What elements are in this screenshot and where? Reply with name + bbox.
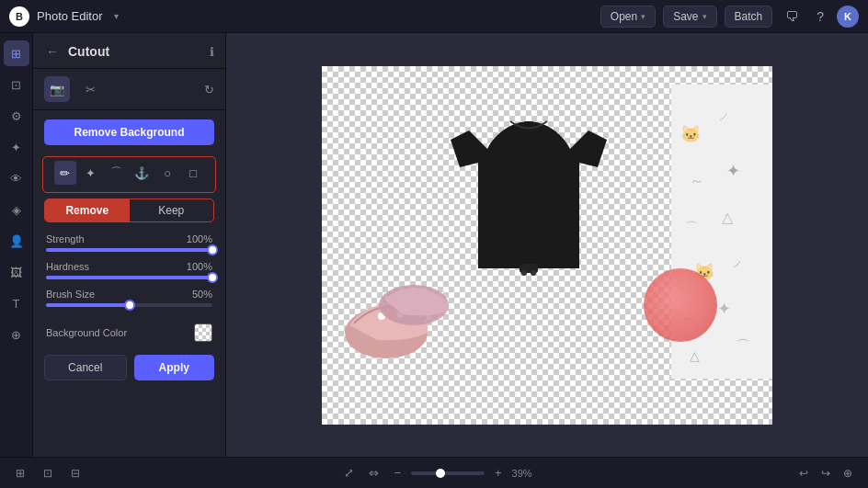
zoom-controls: ⤢ ⇔ − + 39% [339, 463, 539, 482]
fit-view-button[interactable]: ⤢ [339, 463, 359, 482]
fit-width-button[interactable]: ⇔ [364, 463, 383, 482]
info-icon: ℹ [210, 45, 214, 59]
remove-background-button[interactable]: Remove Background [44, 119, 214, 145]
iconbar-adjust[interactable]: ⚙ [4, 103, 29, 129]
brush-size-slider-row: Brush Size 50% [46, 289, 212, 307]
panel-tab-cutout[interactable]: ✂ [77, 76, 103, 102]
circle-select-button[interactable]: ○ [156, 161, 178, 185]
side-panel: ← Cutout ℹ 📷 ✂ ↻ Remove Background [33, 33, 226, 457]
remove-keep-toggle: Remove Keep [44, 199, 214, 222]
panel-info-button[interactable]: ℹ [210, 45, 214, 59]
iconbar-layers[interactable]: ⊞ [4, 40, 29, 66]
svg-text:🐱: 🐱 [680, 124, 702, 144]
iconbar-eye[interactable]: 👁 [4, 165, 29, 191]
redo-button[interactable]: ↪ [817, 463, 835, 483]
main-area: ⊞ ⊡ ⚙ ✦ 👁 ◈ 👤 🖼 T ⊕ ← Cutout ℹ 📷 ✂ [0, 33, 868, 457]
topbar: B Photo Editor ▾ Open ▾ Save ▾ Batch 🗨 ?… [0, 0, 868, 33]
hardness-slider-track[interactable] [46, 276, 212, 279]
grid3-icon: ⊟ [71, 467, 80, 480]
brush-tool-button[interactable]: ✏ [54, 161, 76, 185]
bg-color-picker[interactable] [194, 323, 212, 342]
app-logo: B [9, 6, 29, 27]
help-button[interactable]: ? [811, 6, 829, 28]
strength-slider-track[interactable] [46, 248, 212, 252]
icon-bar: ⊞ ⊡ ⚙ ✦ 👁 ◈ 👤 🖼 T ⊕ [0, 33, 33, 457]
bottom-grid3-button[interactable]: ⊟ [66, 463, 85, 483]
action-row: Cancel Apply [33, 349, 225, 392]
strength-slider-row: Strength 100% [46, 233, 212, 252]
keep-mode-button[interactable]: Keep [130, 199, 214, 221]
slider-section: Strength 100% Hardness 100% [33, 230, 225, 320]
magic-tool-button[interactable]: ✦ [80, 161, 102, 185]
lasso-tool-button[interactable]: ⌒ [106, 161, 128, 185]
app-title: Photo Editor [37, 9, 103, 23]
onesie-image [441, 85, 616, 305]
help-icon: ? [817, 9, 824, 24]
bottom-grid1-button[interactable]: ⊞ [11, 463, 29, 483]
fit-width-icon: ⇔ [369, 466, 379, 480]
bottom-bar: ⊞ ⊡ ⊟ ⤢ ⇔ − + 39% ↩ ↪ ⊕ [0, 457, 868, 488]
magic-icon: ✦ [86, 166, 96, 180]
bottom-grid2-button[interactable]: ⊡ [39, 463, 57, 483]
svg-text:～: ～ [690, 173, 704, 188]
grid2-icon: ⊡ [43, 467, 52, 480]
zoom-slider[interactable] [411, 471, 485, 475]
zoom-out-icon: − [394, 466, 401, 480]
iconbar-more[interactable]: ⊕ [4, 322, 29, 347]
panel-back-button[interactable]: ← [44, 42, 61, 61]
anchor-icon: ⚓ [134, 166, 149, 180]
zoom-in-button[interactable]: + [490, 463, 507, 482]
svg-text:⟋: ⟋ [717, 109, 730, 124]
comment-button[interactable]: 🗨 [780, 6, 804, 28]
strength-label: Strength [46, 233, 85, 244]
brush-size-label: Brush Size [46, 289, 95, 300]
brush-size-slider-track[interactable] [46, 303, 212, 307]
svg-text:⌒: ⌒ [736, 338, 750, 354]
cutout-icon: ✂ [86, 83, 96, 96]
panel-tab-photo[interactable]: 📷 [44, 76, 70, 102]
avatar[interactable]: K [837, 6, 859, 28]
open-button[interactable]: Open ▾ [600, 6, 656, 28]
cancel-button[interactable]: Cancel [44, 355, 127, 380]
hardness-slider-row: Hardness 100% [46, 261, 212, 279]
history-button[interactable]: ⊕ [839, 463, 857, 483]
iconbar-crop[interactable]: ⊡ [4, 72, 29, 97]
brush-preview-circle [644, 268, 717, 342]
zoom-handle[interactable] [436, 469, 445, 478]
history-icon: ⊕ [843, 467, 852, 480]
svg-point-1 [521, 270, 527, 276]
circle-select-icon: ○ [164, 166, 171, 180]
app-title-chevron: ▾ [114, 11, 119, 21]
iconbar-people[interactable]: 👤 [4, 228, 29, 254]
canvas-area[interactable]: 🐱 ⟋ ～ ✦ ⌒ △ 🐱 ⟋ ～ ✦ △ ⌒ [226, 33, 868, 457]
strength-value: 100% [187, 233, 212, 244]
comment-icon: 🗨 [785, 9, 798, 24]
canvas-image: 🐱 ⟋ ～ ✦ ⌒ △ 🐱 ⟋ ～ ✦ △ ⌒ [322, 66, 772, 425]
brush-size-fill [46, 303, 130, 307]
hardness-thumb[interactable] [207, 272, 218, 283]
anchor-tool-button[interactable]: ⚓ [131, 161, 153, 185]
hardness-label: Hardness [46, 261, 89, 272]
undo-redo-controls: ↩ ↪ ⊕ [794, 463, 857, 483]
strength-fill [46, 248, 212, 252]
panel-refresh-button[interactable]: ↻ [204, 83, 214, 96]
iconbar-effects[interactable]: ✦ [4, 134, 29, 160]
strength-thumb[interactable] [207, 244, 218, 255]
brush-size-thumb[interactable] [124, 300, 135, 311]
batch-button[interactable]: Batch [725, 6, 773, 28]
open-caret: ▾ [641, 12, 645, 21]
svg-text:⌒: ⌒ [685, 220, 698, 234]
undo-icon: ↩ [799, 467, 808, 480]
iconbar-gallery[interactable]: 🖼 [4, 259, 29, 285]
save-button[interactable]: Save ▾ [663, 6, 716, 28]
remove-mode-button[interactable]: Remove [45, 199, 130, 221]
zoom-out-button[interactable]: − [389, 463, 405, 482]
apply-button[interactable]: Apply [134, 355, 215, 380]
rect-select-button[interactable]: □ [182, 161, 204, 185]
bg-color-label: Background Color [46, 327, 127, 338]
canvas-container: 🐱 ⟋ ～ ✦ ⌒ △ 🐱 ⟋ ～ ✦ △ ⌒ [322, 66, 772, 425]
iconbar-text[interactable]: T [4, 290, 29, 316]
iconbar-shapes[interactable]: ◈ [4, 197, 29, 222]
hardness-value: 100% [187, 261, 212, 272]
undo-button[interactable]: ↩ [794, 463, 813, 483]
